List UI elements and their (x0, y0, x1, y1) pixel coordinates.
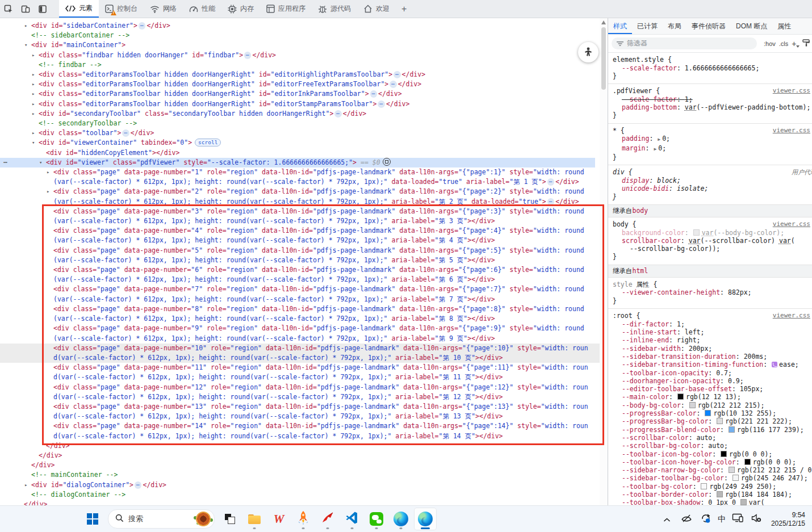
css-property[interactable]: --scrollbar-bg-color: auto; (608, 442, 812, 450)
tray-hidden-toggle[interactable] (679, 512, 694, 527)
tree-line[interactable]: <div class="page" data-page-number="8" r… (0, 304, 595, 324)
styles-tab-布局[interactable]: 布局 (663, 18, 687, 34)
toggle-hover-state-button[interactable]: :hov (764, 40, 776, 47)
css-property[interactable]: --sidebar-narrow-bg-color: rgb(212 212 2… (608, 466, 812, 474)
expand-arrow-icon[interactable]: ▸ (32, 99, 35, 109)
edge-browser[interactable] (390, 508, 412, 530)
inline-expand-button[interactable]: ⋯ (139, 22, 145, 30)
css-property[interactable]: --body-bg-color: rgb(212 212 215); (608, 401, 812, 409)
color-swatch[interactable] (733, 475, 739, 481)
stylesheet-origin-link[interactable]: viewer.css (773, 87, 810, 94)
stylesheet-origin-link[interactable]: viewer.css (773, 312, 810, 319)
css-property[interactable]: --toolbar-icon-bg-color: rgb(0 0 0); (608, 450, 812, 458)
expand-arrow-icon[interactable]: ▸ (24, 21, 27, 31)
devtools-tab-控制台[interactable]: 控制台 (99, 0, 144, 18)
inspect-icon[interactable] (0, 0, 17, 18)
ime-indicator[interactable]: 中 (718, 514, 726, 525)
wps-office[interactable]: W (267, 508, 290, 530)
devtools-tab-内存[interactable]: 内存 (221, 0, 260, 18)
task-view-button[interactable] (219, 508, 241, 530)
tree-line[interactable]: <div class="page" data-page-number="7" r… (0, 284, 595, 304)
node-adorner-icon[interactable] (383, 158, 391, 166)
node-menu-dots[interactable]: ⋯ (3, 158, 8, 167)
tree-line[interactable]: <div class="page" data-page-number="3" r… (0, 207, 595, 226)
color-swatch[interactable] (705, 410, 711, 416)
css-property[interactable]: --progressBar-blend-color: rgb(116 177 2… (608, 426, 812, 434)
scrollbar-thumb[interactable] (601, 27, 606, 90)
devtools-tab-性能[interactable]: 性能 (183, 0, 221, 18)
css-property[interactable]: --progressBar-bg-color: rgb(221 221 222)… (608, 417, 812, 425)
tree-line[interactable]: <div class="page" data-page-number="11" … (0, 363, 595, 382)
css-property[interactable]: --toolbar-icon-opacity: 0.7; (608, 369, 812, 377)
color-swatch[interactable] (729, 467, 735, 473)
tray-expand-button[interactable] (660, 512, 675, 527)
toggle-class-button[interactable]: .cls (779, 40, 789, 47)
expand-arrow-icon[interactable]: ▸ (47, 187, 49, 196)
color-swatch[interactable] (717, 491, 723, 497)
scroll-badge[interactable]: scroll (195, 139, 221, 146)
rocket-app[interactable] (292, 508, 315, 530)
color-swatch[interactable] (740, 499, 747, 505)
inline-expand-button[interactable]: ⋯ (394, 71, 400, 78)
devtools-tab-欢迎[interactable]: 欢迎 (357, 0, 396, 18)
css-property[interactable]: --sidebar-toolbar-bg-color: rgb(245 246 … (608, 474, 812, 482)
expand-arrow-icon[interactable]: ▸ (32, 70, 35, 79)
inline-expand-button[interactable]: ⋯ (135, 481, 141, 489)
tree-line[interactable]: <!-- dialogContainer --> (0, 490, 595, 500)
color-swatch[interactable] (693, 229, 700, 236)
tree-line-selected[interactable]: ⋯▾<div id="viewer" class="pdfViewer" sty… (0, 158, 595, 167)
css-property[interactable]: scrollbar-color: var(--scrollbar-color) … (608, 237, 812, 253)
tree-line[interactable]: <!-- findbar --> (0, 60, 595, 70)
tree-line[interactable]: ▾<div id="mainContainer"> (0, 40, 595, 50)
css-property[interactable]: --toolbar-bg-color: rgb(249 249 250); (608, 483, 812, 491)
color-swatch[interactable] (744, 459, 751, 465)
rule-selector[interactable]: style 属性 { (608, 280, 812, 289)
tree-line[interactable]: </div> (0, 500, 595, 505)
tree-line[interactable]: ▸<div id="sidebarContainer">⋯</div> (0, 21, 595, 31)
css-property[interactable]: --sidebar-width: 200px; (608, 345, 812, 353)
file-explorer[interactable] (243, 508, 266, 530)
css-property[interactable]: --inline-end: right; (608, 336, 812, 344)
color-swatch[interactable] (729, 426, 735, 433)
css-property[interactable]: margin: ▶0; (608, 144, 812, 153)
stylesheet-origin-link[interactable]: viewer.css (773, 127, 810, 134)
tree-line[interactable]: <div id="hiddenCopyElement"></div> (0, 148, 595, 158)
edge-browser-active[interactable] (414, 508, 437, 530)
scroll-up-arrow-icon[interactable] (601, 20, 606, 24)
tree-line[interactable]: ▸<div id="dialogContainer">⋯</div> (0, 480, 595, 490)
color-swatch[interactable] (689, 402, 696, 408)
css-property[interactable]: --toolbar-border-color: rgb(184 184 184)… (608, 491, 812, 499)
tree-line[interactable]: <!-- mainContainer --> (0, 470, 595, 480)
tree-line[interactable]: <!-- sidebarContainer --> (0, 31, 595, 40)
css-property[interactable]: --main-color: rgb(12 12 13); (608, 393, 812, 401)
cast-device[interactable] (730, 512, 745, 527)
css-property[interactable]: background-color: var(--body-bg-color); (608, 229, 812, 237)
collapse-arrow-icon[interactable]: ▾ (24, 40, 27, 50)
css-property[interactable]: --scrollbar-color: auto; (608, 434, 812, 442)
expand-arrow-icon[interactable]: ▸ (32, 79, 35, 89)
bezier-swatch-icon[interactable] (772, 362, 777, 367)
start-button[interactable] (81, 508, 104, 530)
paint-format-icon[interactable] (802, 39, 810, 48)
css-property[interactable]: --editor-toolbar-base-offset: 105px; (608, 385, 812, 393)
css-property[interactable]: --inline-start: left; (608, 328, 812, 336)
expand-arrow-icon[interactable]: ▸ (32, 109, 35, 119)
expand-arrow-icon[interactable]: ▸ (24, 480, 27, 490)
inline-expand-button[interactable]: ⋯ (378, 100, 384, 108)
css-property[interactable]: --sidebar-transition-timing-function: ea… (608, 361, 812, 368)
volume-muted[interactable] (750, 512, 764, 527)
tree-line[interactable]: ▾<div id="viewerContainer" tabindex="0">… (0, 138, 595, 148)
tree-line[interactable]: ▸<div class="findbar hidden doorHanger" … (0, 51, 595, 60)
tree-line[interactable]: <div class="page" data-page-number="12" … (0, 383, 595, 402)
dock-panel-icon[interactable] (34, 0, 51, 18)
css-property[interactable]: --dir-factor: 1; (608, 320, 812, 328)
tree-line[interactable]: ▸<div class="page" data-page-number="1" … (0, 167, 595, 187)
inline-expand-button[interactable]: ⋯ (244, 52, 251, 59)
styles-tab-DOM 断点[interactable]: DOM 断点 (731, 18, 772, 34)
tree-line[interactable]: <div class="page" data-page-number="9" r… (0, 324, 595, 343)
css-property[interactable]: --toolbar-icon-hover-bg-color: rgb(0 0 0… (608, 458, 812, 466)
css-property[interactable]: --scale-factor: 1; (608, 95, 812, 103)
new-style-rule-button[interactable]: + (792, 39, 799, 48)
tree-line[interactable]: </div> (0, 460, 595, 470)
tree-line[interactable]: <div class="page" data-page-number="14" … (0, 421, 595, 441)
